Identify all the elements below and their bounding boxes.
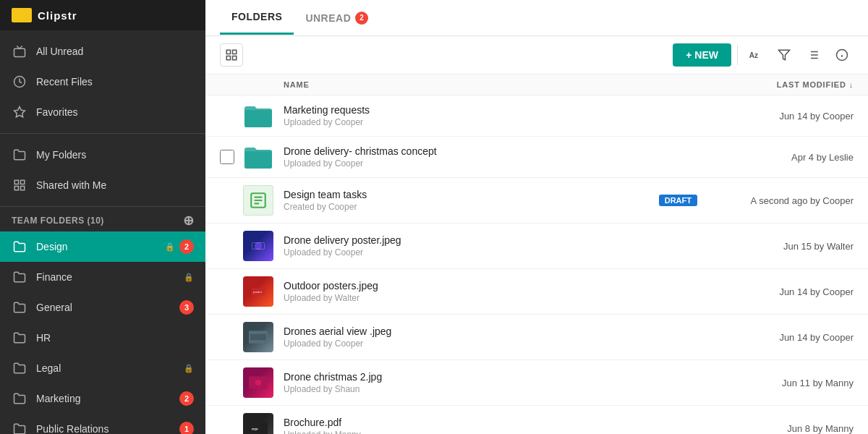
file-sub: Uploaded by Shaun [284, 384, 709, 394]
clock-icon [12, 74, 27, 90]
design-lock-icon: 🔒 [165, 242, 175, 252]
sidebar-item-marketing[interactable]: Marketing 2 [0, 383, 205, 414]
sidebar-item-general[interactable]: General 3 [0, 292, 205, 323]
toolbar: + NEW Az [205, 36, 868, 75]
inbox-icon [12, 43, 27, 59]
col-name-header: NAME [284, 80, 709, 89]
add-team-folder-button[interactable]: ⊕ [183, 214, 195, 227]
file-modified: A second ago by Cooper [709, 195, 854, 206]
sidebar: Clipstr All Unread Recent Files [0, 0, 205, 434]
file-sub: Uploaded by Manny [284, 430, 709, 434]
tab-folders-label: FOLDERS [231, 11, 282, 22]
file-name: Brochure.pdf [284, 417, 709, 428]
file-info: Drone delivery poster.jpeg Uploaded by C… [284, 234, 709, 258]
tab-unread[interactable]: UNREAD 2 [294, 1, 380, 35]
finance-lock-icon: 🔒 [184, 273, 194, 282]
svg-rect-4 [21, 180, 25, 184]
logo-icon [12, 8, 32, 22]
new-button[interactable]: + NEW [673, 43, 731, 67]
file-sub: Uploaded by Cooper [284, 117, 709, 127]
svg-rect-0 [14, 48, 25, 56]
file-row[interactable]: Drone delivery poster.jpeg Uploaded by C… [205, 224, 868, 269]
sidebar-item-my-folders[interactable]: My Folders [0, 140, 205, 170]
file-row[interactable]: Drone christmas 2.jpg Uploaded by Shaun … [205, 360, 868, 406]
file-modified: Jun 14 by Cooper [709, 332, 854, 343]
sidebar-item-recent-files[interactable]: Recent Files [0, 67, 205, 97]
file-row[interactable]: PDF Brochure.pdf Uploaded by Manny Jun 8… [205, 406, 868, 434]
file-name: Drones aerial view .jpeg [284, 326, 709, 337]
tab-unread-label: UNREAD [305, 12, 351, 24]
sidebar-folders-section: My Folders Shared with Me [0, 134, 205, 207]
marketing-folder-label: Marketing [36, 393, 179, 404]
shared-with-me-label: Shared with Me [36, 179, 194, 191]
recent-files-label: Recent Files [36, 76, 194, 88]
file-name: Drone delivery poster.jpeg [284, 234, 709, 246]
team-folder-finance-icon [12, 269, 27, 285]
file-row[interactable]: Design team tasks Created by Cooper DRAF… [205, 178, 868, 224]
svg-text:Az: Az [749, 51, 758, 59]
toolbar-divider [737, 45, 738, 65]
team-folder-design-icon [12, 239, 27, 255]
svg-rect-9 [226, 56, 230, 60]
sidebar-logo: Clipstr [0, 0, 205, 30]
sidebar-item-public-relations[interactable]: Public Relations 1 [0, 414, 205, 434]
file-sub: Uploaded by Cooper [284, 339, 709, 349]
sort-arrow-icon: ↓ [849, 80, 854, 89]
file-info: Drones aerial view .jpeg Uploaded by Coo… [284, 326, 709, 349]
team-folders-list: Design 🔒 2 Finance 🔒 General 3 [0, 231, 205, 434]
file-name: Drone delivery- christmas concept [284, 145, 709, 157]
table-header: NAME LAST MODIFIED ↓ [205, 75, 868, 95]
legal-folder-label: Legal [36, 362, 184, 374]
sidebar-item-favorites[interactable]: Favorites [0, 97, 205, 127]
file-info: Design team tasks Created by Cooper [284, 189, 659, 212]
file-modified: Jun 11 by Manny [709, 378, 854, 388]
toolbar-right: + NEW Az [673, 43, 854, 67]
folder-icon [243, 144, 273, 170]
filter-button[interactable] [773, 43, 796, 67]
file-row[interactable]: Drones aerial view .jpeg Uploaded by Coo… [205, 315, 868, 360]
file-modified: Jun 15 by Walter [709, 241, 854, 252]
file-row[interactable]: Marketing requests Uploaded by Cooper Ju… [205, 95, 868, 137]
file-row[interactable]: poster Outdoor posters.jpeg Uploaded by … [205, 269, 868, 315]
svg-rect-5 [21, 187, 25, 190]
image-thumb [243, 367, 273, 398]
sidebar-item-all-unread[interactable]: All Unread [0, 36, 205, 67]
pr-badge: 1 [179, 422, 194, 434]
image-thumb: poster [243, 276, 273, 307]
folder-icon [243, 103, 273, 129]
share-icon [12, 177, 27, 193]
design-folder-label: Design [36, 241, 165, 252]
sidebar-item-legal[interactable]: Legal 🔒 [0, 353, 205, 383]
tab-folders[interactable]: FOLDERS [220, 1, 294, 35]
main-content: FOLDERS UNREAD 2 + NEW Az [205, 0, 868, 434]
draft-badge: DRAFT [659, 195, 697, 206]
svg-text:PDF: PDF [252, 427, 258, 431]
star-icon [12, 104, 27, 120]
tasks-icon [243, 185, 273, 216]
file-checkbox[interactable] [220, 150, 234, 164]
pdf-thumb: PDF [243, 413, 273, 434]
unread-tab-badge: 2 [355, 12, 368, 25]
file-info: Drone christmas 2.jpg Uploaded by Shaun [284, 371, 709, 394]
file-table-area: NAME LAST MODIFIED ↓ Marketing requests [205, 75, 868, 434]
view-toggle-button[interactable] [801, 43, 825, 67]
svg-rect-10 [233, 56, 237, 60]
sidebar-item-finance[interactable]: Finance 🔒 [0, 262, 205, 292]
sort-button[interactable]: Az [744, 43, 767, 67]
info-button[interactable] [830, 43, 854, 67]
legal-lock-icon: 🔒 [184, 364, 194, 373]
file-row[interactable]: Drone delivery- christmas concept Upload… [205, 137, 868, 178]
col-modified-header[interactable]: LAST MODIFIED ↓ [709, 80, 854, 89]
sidebar-item-hr[interactable]: HR [0, 323, 205, 353]
file-sub: Created by Cooper [284, 202, 659, 212]
all-unread-label: All Unread [36, 46, 194, 57]
file-info: Outdoor posters.jpeg Uploaded by Walter [284, 280, 709, 303]
file-name: Marketing requests [284, 104, 709, 116]
finance-folder-label: Finance [36, 271, 184, 283]
svg-rect-3 [14, 180, 18, 184]
breadcrumb-button[interactable] [220, 43, 243, 67]
image-thumb [243, 231, 273, 261]
file-info: Drone delivery- christmas concept Upload… [284, 145, 709, 169]
sidebar-item-shared-with-me[interactable]: Shared with Me [0, 170, 205, 200]
sidebar-item-design[interactable]: Design 🔒 2 [0, 231, 205, 262]
